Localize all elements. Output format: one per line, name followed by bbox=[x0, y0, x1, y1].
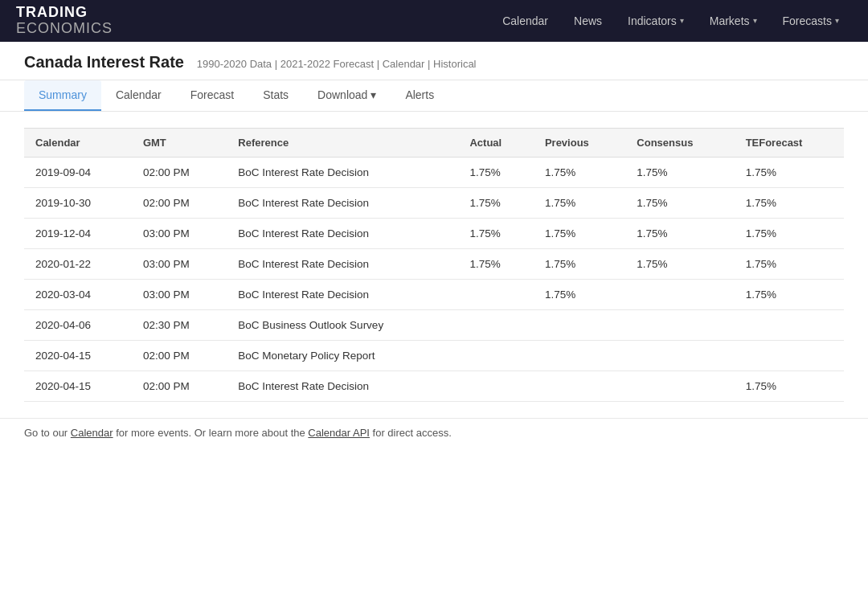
page-title: Canada Interest Rate bbox=[24, 53, 184, 71]
table-cell: 2019-12-04 bbox=[24, 219, 132, 249]
footer-text-after: for direct access. bbox=[370, 427, 452, 439]
col-gmt: GMT bbox=[132, 129, 227, 158]
table-cell: 03:00 PM bbox=[132, 280, 227, 310]
table-cell: 1.75% bbox=[735, 219, 844, 249]
table-cell bbox=[534, 310, 625, 341]
table-cell: BoC Interest Rate Decision bbox=[227, 188, 458, 219]
col-reference: Reference bbox=[227, 129, 458, 158]
table-cell: 02:30 PM bbox=[132, 310, 227, 341]
table-cell: 2020-04-06 bbox=[24, 310, 132, 341]
table-cell bbox=[735, 310, 844, 341]
table-row: 2020-04-1502:00 PMBoC Interest Rate Deci… bbox=[24, 371, 844, 402]
page-header: Canada Interest Rate 1990-2020 Data | 20… bbox=[0, 42, 868, 80]
table-cell: 1.75% bbox=[458, 219, 533, 249]
table-cell: 1.75% bbox=[458, 188, 533, 219]
table-cell: 1.75% bbox=[625, 158, 734, 188]
tab-download[interactable]: Download ▾ bbox=[303, 80, 391, 111]
table-cell: 02:00 PM bbox=[132, 371, 227, 402]
table-cell bbox=[534, 341, 625, 371]
tab-summary[interactable]: Summary bbox=[24, 80, 101, 111]
table-cell: 1.75% bbox=[534, 158, 625, 188]
footer-api-link[interactable]: Calendar API bbox=[308, 427, 370, 439]
table-cell: BoC Interest Rate Decision bbox=[227, 158, 458, 188]
col-consensus: Consensus bbox=[625, 129, 734, 158]
table-cell: 1.75% bbox=[458, 158, 533, 188]
forecast-link[interactable]: 2021-2022 Forecast bbox=[280, 58, 374, 70]
table-row: 2019-10-3002:00 PMBoC Interest Rate Deci… bbox=[24, 188, 844, 219]
table-footer: Go to our Calendar for more events. Or l… bbox=[0, 418, 868, 450]
calendar-header-link[interactable]: Calendar bbox=[383, 58, 425, 70]
table-cell bbox=[625, 341, 734, 371]
table-cell bbox=[458, 310, 533, 341]
interest-rate-table: Calendar GMT Reference Actual Previous C… bbox=[24, 128, 844, 402]
chevron-down-icon: ▾ bbox=[371, 88, 376, 101]
nav-item-forecasts[interactable]: Forecasts ▾ bbox=[770, 0, 852, 42]
table-cell: 1.75% bbox=[625, 219, 734, 249]
table-cell: 1.75% bbox=[735, 280, 844, 310]
table-cell: 1.75% bbox=[735, 188, 844, 219]
data-table-container: Calendar GMT Reference Actual Previous C… bbox=[0, 112, 868, 418]
table-cell: 1.75% bbox=[735, 371, 844, 402]
table-cell: 1.75% bbox=[534, 219, 625, 249]
brand-bottom: ECONOMICS bbox=[16, 21, 113, 37]
tab-forecast[interactable]: Forecast bbox=[176, 80, 248, 111]
nav-menu: Calendar News Indicators ▾ Markets ▾ For… bbox=[489, 0, 852, 42]
table-cell: BoC Interest Rate Decision bbox=[227, 371, 458, 402]
table-cell: 2020-01-22 bbox=[24, 249, 132, 280]
table-cell bbox=[625, 371, 734, 402]
table-cell bbox=[625, 280, 734, 310]
col-actual: Actual bbox=[458, 129, 533, 158]
table-cell: 2020-03-04 bbox=[24, 280, 132, 310]
table-cell bbox=[458, 371, 533, 402]
table-cell: 03:00 PM bbox=[132, 249, 227, 280]
nav-item-calendar[interactable]: Calendar bbox=[489, 0, 561, 42]
table-cell: 02:00 PM bbox=[132, 188, 227, 219]
table-row: 2019-09-0402:00 PMBoC Interest Rate Deci… bbox=[24, 158, 844, 188]
table-cell: 03:00 PM bbox=[132, 219, 227, 249]
table-cell: 1.75% bbox=[735, 158, 844, 188]
table-body: 2019-09-0402:00 PMBoC Interest Rate Deci… bbox=[24, 158, 844, 402]
chevron-down-icon: ▾ bbox=[753, 0, 757, 42]
table-row: 2020-01-2203:00 PMBoC Interest Rate Deci… bbox=[24, 249, 844, 280]
table-cell: 1.75% bbox=[735, 249, 844, 280]
table-cell: 02:00 PM bbox=[132, 158, 227, 188]
table-cell: 1.75% bbox=[534, 188, 625, 219]
table-row: 2020-04-1502:00 PMBoC Monetary Policy Re… bbox=[24, 341, 844, 371]
nav-item-markets[interactable]: Markets ▾ bbox=[697, 0, 770, 42]
table-cell: 1.75% bbox=[458, 249, 533, 280]
table-cell: 2019-09-04 bbox=[24, 158, 132, 188]
historical-link[interactable]: Historical bbox=[433, 58, 476, 70]
table-row: 2019-12-0403:00 PMBoC Interest Rate Deci… bbox=[24, 219, 844, 249]
chevron-down-icon: ▾ bbox=[835, 0, 839, 42]
brand-logo[interactable]: TRADING ECONOMICS bbox=[16, 5, 113, 37]
table-cell: BoC Business Outlook Survey bbox=[227, 310, 458, 341]
table-cell: 2020-04-15 bbox=[24, 371, 132, 402]
tab-alerts[interactable]: Alerts bbox=[391, 80, 448, 111]
nav-item-indicators[interactable]: Indicators ▾ bbox=[615, 0, 697, 42]
table-cell bbox=[625, 310, 734, 341]
tab-calendar[interactable]: Calendar bbox=[101, 80, 176, 111]
table-row: 2020-03-0403:00 PMBoC Interest Rate Deci… bbox=[24, 280, 844, 310]
footer-calendar-link[interactable]: Calendar bbox=[71, 427, 113, 439]
tab-bar: Summary Calendar Forecast Stats Download… bbox=[0, 80, 868, 112]
table-cell: 1.75% bbox=[625, 249, 734, 280]
table-cell: BoC Interest Rate Decision bbox=[227, 280, 458, 310]
table-cell: BoC Interest Rate Decision bbox=[227, 219, 458, 249]
table-cell: 02:00 PM bbox=[132, 341, 227, 371]
nav-item-news[interactable]: News bbox=[561, 0, 615, 42]
tab-stats[interactable]: Stats bbox=[248, 80, 303, 111]
table-cell: 1.75% bbox=[534, 280, 625, 310]
footer-text-before: Go to our bbox=[24, 427, 71, 439]
table-cell bbox=[534, 371, 625, 402]
table-cell: 2019-10-30 bbox=[24, 188, 132, 219]
table-cell bbox=[458, 280, 533, 310]
navbar: TRADING ECONOMICS Calendar News Indicato… bbox=[0, 0, 868, 42]
table-cell bbox=[458, 341, 533, 371]
table-cell bbox=[735, 341, 844, 371]
chevron-down-icon: ▾ bbox=[680, 0, 684, 42]
footer-text-middle: for more events. Or learn more about the bbox=[113, 427, 309, 439]
table-header: Calendar GMT Reference Actual Previous C… bbox=[24, 129, 844, 158]
brand-top: TRADING bbox=[16, 5, 113, 21]
page-subtitle: 1990-2020 Data | 2021-2022 Forecast | Ca… bbox=[197, 58, 477, 70]
table-cell: BoC Interest Rate Decision bbox=[227, 249, 458, 280]
